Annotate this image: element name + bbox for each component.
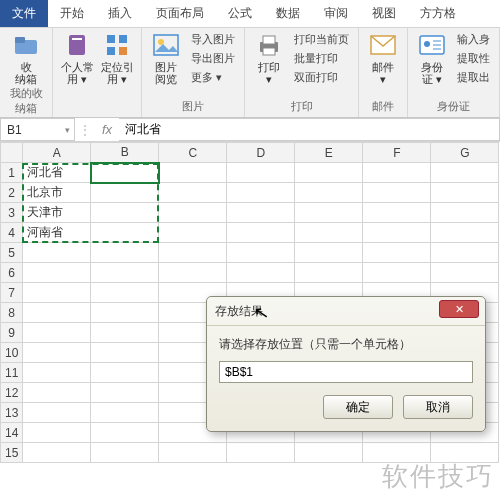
cell-B12[interactable]	[91, 383, 159, 403]
cell-reference-input[interactable]	[219, 361, 473, 383]
mail-button[interactable]: 邮件 ▾	[365, 31, 401, 85]
tab-view[interactable]: 视图	[360, 0, 408, 27]
print-button[interactable]: 打印 ▾	[251, 31, 287, 85]
cell-C15[interactable]	[159, 443, 227, 463]
col-header-F[interactable]: F	[363, 143, 431, 163]
cell-B14[interactable]	[91, 423, 159, 443]
cell-D4[interactable]	[227, 223, 295, 243]
cell-A5[interactable]	[23, 243, 91, 263]
cell-B10[interactable]	[91, 343, 159, 363]
col-header-E[interactable]: E	[295, 143, 363, 163]
col-header-G[interactable]: G	[431, 143, 499, 163]
row-header-12[interactable]: 12	[1, 383, 23, 403]
cell-G3[interactable]	[431, 203, 499, 223]
ok-button[interactable]: 确定	[323, 395, 393, 419]
locate-ref-button[interactable]: 定位引 用 ▾	[99, 31, 135, 85]
cell-B3[interactable]	[91, 203, 159, 223]
row-header-9[interactable]: 9	[1, 323, 23, 343]
cell-B11[interactable]	[91, 363, 159, 383]
cell-B8[interactable]	[91, 303, 159, 323]
fx-icon[interactable]: fx	[95, 122, 119, 137]
cell-C6[interactable]	[159, 263, 227, 283]
cell-B7[interactable]	[91, 283, 159, 303]
cell-A4[interactable]: 河南省	[23, 223, 91, 243]
cell-C3[interactable]	[159, 203, 227, 223]
cell-B4[interactable]	[91, 223, 159, 243]
cell-E6[interactable]	[295, 263, 363, 283]
cell-A13[interactable]	[23, 403, 91, 423]
cell-E5[interactable]	[295, 243, 363, 263]
cell-F5[interactable]	[363, 243, 431, 263]
cell-A7[interactable]	[23, 283, 91, 303]
cell-A3[interactable]: 天津市	[23, 203, 91, 223]
formula-input[interactable]	[119, 118, 500, 141]
dialog-close-button[interactable]: ✕	[439, 300, 479, 318]
cell-C2[interactable]	[159, 183, 227, 203]
cell-C1[interactable]	[159, 163, 227, 183]
row-header-1[interactable]: 1	[1, 163, 23, 183]
cell-F1[interactable]	[363, 163, 431, 183]
cell-D1[interactable]	[227, 163, 295, 183]
cell-B9[interactable]	[91, 323, 159, 343]
cell-G2[interactable]	[431, 183, 499, 203]
batch-print-item[interactable]: 批量打印	[291, 50, 352, 67]
cell-A12[interactable]	[23, 383, 91, 403]
cell-G4[interactable]	[431, 223, 499, 243]
row-header-8[interactable]: 8	[1, 303, 23, 323]
cell-C4[interactable]	[159, 223, 227, 243]
cell-D5[interactable]	[227, 243, 295, 263]
cell-A10[interactable]	[23, 343, 91, 363]
storage-box-button[interactable]: 收 纳箱	[8, 31, 44, 85]
id-birth-item[interactable]: 提取出	[454, 69, 493, 86]
tab-review[interactable]: 审阅	[312, 0, 360, 27]
row-header-10[interactable]: 10	[1, 343, 23, 363]
cell-D3[interactable]	[227, 203, 295, 223]
cell-E1[interactable]	[295, 163, 363, 183]
tab-toolbox[interactable]: 方方格	[408, 0, 468, 27]
cell-A8[interactable]	[23, 303, 91, 323]
row-header-15[interactable]: 15	[1, 443, 23, 463]
import-pic-item[interactable]: 导入图片	[188, 31, 238, 48]
row-header-11[interactable]: 11	[1, 363, 23, 383]
picture-view-button[interactable]: 图片 阅览	[148, 31, 184, 85]
cell-D2[interactable]	[227, 183, 295, 203]
cell-A11[interactable]	[23, 363, 91, 383]
cell-D6[interactable]	[227, 263, 295, 283]
cell-F4[interactable]	[363, 223, 431, 243]
row-header-2[interactable]: 2	[1, 183, 23, 203]
cell-G5[interactable]	[431, 243, 499, 263]
row-header-13[interactable]: 13	[1, 403, 23, 423]
row-header-3[interactable]: 3	[1, 203, 23, 223]
row-header-4[interactable]: 4	[1, 223, 23, 243]
duplex-print-item[interactable]: 双面打印	[291, 69, 352, 86]
id-gender-item[interactable]: 提取性	[454, 50, 493, 67]
cell-B6[interactable]	[91, 263, 159, 283]
tab-file[interactable]: 文件	[0, 0, 48, 27]
col-header-B[interactable]: B	[91, 143, 159, 163]
cell-F6[interactable]	[363, 263, 431, 283]
cell-A9[interactable]	[23, 323, 91, 343]
cell-A14[interactable]	[23, 423, 91, 443]
more-pic-item[interactable]: 更多 ▾	[188, 69, 238, 86]
cell-B1[interactable]	[91, 163, 159, 183]
cell-G6[interactable]	[431, 263, 499, 283]
cell-E3[interactable]	[295, 203, 363, 223]
cell-C5[interactable]	[159, 243, 227, 263]
cancel-button[interactable]: 取消	[403, 395, 473, 419]
cell-B15[interactable]	[91, 443, 159, 463]
row-header-6[interactable]: 6	[1, 263, 23, 283]
id-input-item[interactable]: 输入身	[454, 31, 493, 48]
idcard-button[interactable]: 身份 证 ▾	[414, 31, 450, 85]
cell-G1[interactable]	[431, 163, 499, 183]
cell-E15[interactable]	[295, 443, 363, 463]
tab-data[interactable]: 数据	[264, 0, 312, 27]
row-header-7[interactable]: 7	[1, 283, 23, 303]
cell-B2[interactable]	[91, 183, 159, 203]
tab-insert[interactable]: 插入	[96, 0, 144, 27]
col-header-D[interactable]: D	[227, 143, 295, 163]
personal-button[interactable]: 个人常 用 ▾	[59, 31, 95, 85]
col-header-A[interactable]: A	[23, 143, 91, 163]
cell-A6[interactable]	[23, 263, 91, 283]
cell-A1[interactable]: 河北省	[23, 163, 91, 183]
cell-B13[interactable]	[91, 403, 159, 423]
